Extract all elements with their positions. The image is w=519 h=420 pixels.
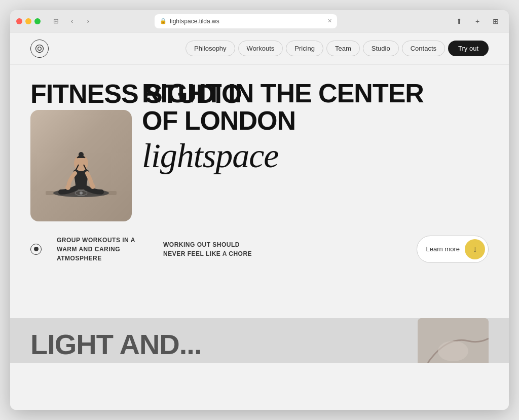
hero-content-row: RIGHT IN THE CENTER OF LONDON lightspace xyxy=(30,108,489,221)
hero-image xyxy=(30,110,132,221)
bottom-section-peek: LIGHT AND... xyxy=(10,318,509,363)
learn-more-label: Learn more xyxy=(426,245,460,253)
url-text: lightspace.tilda.ws xyxy=(170,18,219,25)
new-tab-button[interactable]: + xyxy=(470,14,485,28)
browser-controls: ⊞ ‹ › xyxy=(49,14,95,28)
bottom-image-illustration xyxy=(418,318,489,363)
nav-workouts[interactable]: Workouts xyxy=(238,41,283,56)
hero-tagline2: WORKING OUT SHOULD NEVER FEEL LIKE A CHO… xyxy=(163,240,260,258)
website-content: Philosophy Workouts Pricing Team Studio … xyxy=(10,32,509,410)
tab-overview-button[interactable]: ⊞ xyxy=(489,14,503,28)
svg-point-7 xyxy=(79,152,84,157)
radio-inner xyxy=(34,247,39,251)
sidebar-toggle-button[interactable]: ⊞ xyxy=(49,14,63,28)
forward-button[interactable]: › xyxy=(81,14,95,28)
bottom-peek-image xyxy=(418,318,489,363)
learn-more-arrow-circle: ↓ xyxy=(465,239,485,259)
traffic-lights xyxy=(16,18,41,24)
hero-info-row: GROUP WORKOUTS IN A WARM AND CARING ATMO… xyxy=(30,236,489,263)
logo-icon xyxy=(34,44,45,54)
browser-titlebar: ⊞ ‹ › 🔒 lightspace.tilda.ws ✕ ⬆ + ⊞ xyxy=(10,10,509,32)
bottom-peek-title: LIGHT AND... xyxy=(30,330,201,359)
security-icon: 🔒 xyxy=(160,18,167,24)
tryout-button[interactable]: Try out xyxy=(448,41,489,56)
hero-brand: lightspace xyxy=(142,137,424,175)
nav-pricing[interactable]: Pricing xyxy=(286,41,323,56)
nav-studio[interactable]: Studio xyxy=(363,41,399,56)
yoga-figure-illustration xyxy=(41,110,122,211)
tab-close-icon[interactable]: ✕ xyxy=(327,18,332,24)
nav-philosophy[interactable]: Philosophy xyxy=(186,41,235,56)
back-button[interactable]: ‹ xyxy=(65,14,79,28)
svg-point-0 xyxy=(36,45,44,52)
svg-point-5 xyxy=(80,192,83,195)
svg-point-8 xyxy=(65,185,70,190)
hero-section: FITNESS STUDIO xyxy=(10,65,509,318)
hero-title-line2: RIGHT IN THE CENTER xyxy=(142,80,424,107)
svg-point-11 xyxy=(438,341,468,361)
svg-point-9 xyxy=(90,184,95,189)
learn-more-button[interactable]: Learn more ↓ xyxy=(417,236,489,263)
share-button[interactable]: ⬆ xyxy=(452,14,466,28)
nav-team[interactable]: Team xyxy=(326,41,360,56)
hero-title-lines: RIGHT IN THE CENTER OF LONDON xyxy=(142,80,424,135)
hero-tagline1: GROUP WORKOUTS IN A WARM AND CARING ATMO… xyxy=(57,236,138,263)
radio-indicator xyxy=(30,244,42,255)
address-bar[interactable]: 🔒 lightspace.tilda.ws ✕ xyxy=(155,14,337,28)
logo[interactable] xyxy=(30,40,49,58)
hero-title-line3: OF LONDON xyxy=(142,107,424,135)
traffic-light-red[interactable] xyxy=(16,18,22,24)
traffic-light-green[interactable] xyxy=(34,18,41,24)
browser-actions: ⬆ + ⊞ xyxy=(452,14,503,28)
hero-title-block: RIGHT IN THE CENTER OF LONDON lightspace xyxy=(142,80,424,175)
navigation: Philosophy Workouts Pricing Team Studio … xyxy=(10,32,509,65)
svg-point-1 xyxy=(38,47,42,50)
browser-window: ⊞ ‹ › 🔒 lightspace.tilda.ws ✕ ⬆ + ⊞ xyxy=(10,10,509,410)
traffic-light-yellow[interactable] xyxy=(25,18,31,24)
down-arrow-icon: ↓ xyxy=(473,245,477,254)
nav-links: Philosophy Workouts Pricing Team Studio … xyxy=(186,41,489,56)
nav-contacts[interactable]: Contacts xyxy=(402,41,445,56)
